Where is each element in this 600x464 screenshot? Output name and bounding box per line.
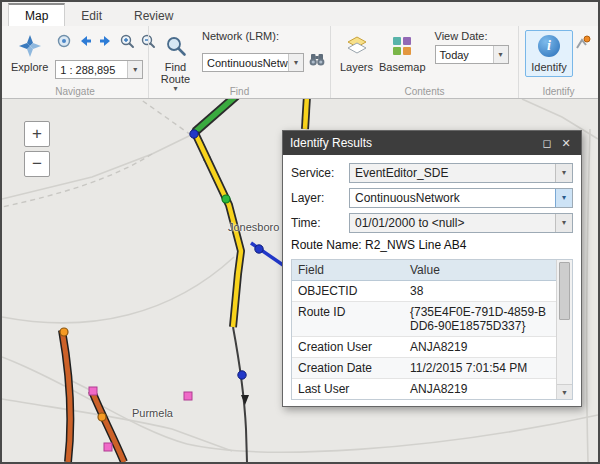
scrollbar-thumb[interactable] bbox=[559, 262, 570, 320]
grid-cell-value: ANJA8219 bbox=[404, 337, 556, 357]
network-combobox[interactable]: ContinuousNetwork ▾ bbox=[202, 53, 304, 72]
service-value: EventEditor_SDE bbox=[350, 166, 555, 180]
grid-row-creation-date[interactable]: Creation Date 11/2/2015 7:01:54 PM bbox=[292, 358, 556, 379]
grid-cell-field: OBJECTID bbox=[292, 281, 404, 301]
grid-row-routeid[interactable]: Route ID {735E4F0E-791D-4859-BDD6-90E185… bbox=[292, 302, 556, 337]
layers-label: Layers bbox=[340, 61, 373, 73]
route-name-text: Route Name: R2_NWS Line AB4 bbox=[291, 238, 573, 252]
network-dropdown-arrow[interactable]: ▾ bbox=[288, 54, 303, 71]
layer-combobox[interactable]: ContinuousNetwork ▾ bbox=[349, 188, 573, 208]
grid-header-row: Field Value bbox=[292, 260, 556, 281]
time-combobox[interactable]: 01/01/2000 to <null> ▾ bbox=[349, 213, 573, 233]
grid-cell-field: Creation Date bbox=[292, 358, 404, 378]
down-arrow-icon: ▼ bbox=[561, 389, 568, 396]
previous-extent-icon[interactable] bbox=[76, 32, 94, 50]
map-label-jonesboro: Jonesboro bbox=[228, 221, 279, 233]
grid-cell-value: 11/2/2015 7:01:54 PM bbox=[404, 358, 556, 378]
scale-combobox[interactable]: 1 : 288,895 ▾ bbox=[55, 60, 143, 79]
caret-icon: ▾ bbox=[499, 51, 503, 59]
basemap-button[interactable]: Basemap bbox=[376, 30, 428, 77]
grid-header-field: Field bbox=[292, 260, 404, 280]
attributes-grid: Field Value OBJECTID 38 Route ID {735E4F… bbox=[291, 259, 573, 400]
tab-review[interactable]: Review bbox=[118, 5, 189, 26]
layers-button[interactable]: Layers bbox=[337, 30, 376, 77]
caret-icon: ▾ bbox=[294, 59, 298, 67]
map-zoom-in-button[interactable]: + bbox=[24, 121, 50, 147]
tab-edit[interactable]: Edit bbox=[65, 5, 118, 26]
basemap-icon bbox=[390, 34, 414, 58]
map-zoom-control: + − bbox=[24, 121, 50, 177]
grid-row-creation-user[interactable]: Creation User ANJA8219 bbox=[292, 337, 556, 358]
time-dropdown-arrow[interactable]: ▾ bbox=[555, 214, 572, 232]
ribbon-group-contents: Layers Basemap View Date: Today ▾ bbox=[330, 26, 518, 98]
ribbon-tabbar: Map Edit Review bbox=[2, 2, 598, 26]
find-route-label: Find Route bbox=[159, 61, 193, 85]
layers-icon bbox=[345, 34, 369, 58]
view-date-label: View Date: bbox=[435, 30, 509, 42]
zoom-in-icon[interactable] bbox=[118, 32, 136, 50]
layer-label: Layer: bbox=[291, 191, 349, 205]
panel-body: Service: EventEditor_SDE ▾ Layer: Contin… bbox=[283, 155, 581, 406]
navigate-tools: 1 : 288,895 ▾ bbox=[55, 30, 157, 79]
time-label: Time: bbox=[291, 216, 349, 230]
view-date-dropdown-arrow[interactable]: ▾ bbox=[493, 46, 508, 63]
service-label: Service: bbox=[291, 166, 349, 180]
search-binoculars-icon[interactable] bbox=[308, 50, 326, 68]
explore-button[interactable]: Explore bbox=[8, 30, 51, 77]
grid-cell-field: Creation User bbox=[292, 337, 404, 357]
grid-cell-field: Last User bbox=[292, 379, 404, 399]
next-extent-icon[interactable] bbox=[97, 32, 115, 50]
ribbon-group-find: Find Route ▾ Network (LRM): ContinuousNe… bbox=[148, 26, 330, 98]
identify-results-panel: Identify Results ◻ ✕ Service: EventEdito… bbox=[282, 130, 582, 407]
map-label-purmela: Purmela bbox=[132, 407, 173, 419]
group-label-contents: Contents bbox=[331, 86, 518, 97]
view-date-combobox[interactable]: Today ▾ bbox=[435, 45, 509, 64]
caret-icon: ▾ bbox=[133, 66, 137, 74]
identify-button[interactable]: i Identify bbox=[525, 30, 573, 77]
grid-cell-value: 38 bbox=[404, 281, 556, 301]
caret-icon: ▾ bbox=[562, 194, 566, 202]
scrollbar-down-arrow[interactable]: ▼ bbox=[557, 384, 572, 399]
ribbon-group-navigate: Explore bbox=[2, 26, 148, 98]
service-combobox[interactable]: EventEditor_SDE ▾ bbox=[349, 163, 573, 183]
view-date-value: Today bbox=[436, 49, 493, 61]
find-route-magnifier-icon bbox=[164, 34, 188, 58]
grid-row-objectid[interactable]: OBJECTID 38 bbox=[292, 281, 556, 302]
explore-compass-icon bbox=[18, 34, 42, 58]
caret-icon: ▾ bbox=[562, 169, 566, 177]
scale-dropdown-arrow[interactable]: ▾ bbox=[127, 61, 142, 78]
layer-dropdown-arrow[interactable]: ▾ bbox=[555, 189, 572, 207]
service-dropdown-arrow[interactable]: ▾ bbox=[555, 164, 572, 182]
group-label-identify: Identify bbox=[519, 86, 598, 97]
map-zoom-out-button[interactable]: − bbox=[24, 151, 50, 177]
layer-value: ContinuousNetwork bbox=[350, 191, 555, 205]
time-value: 01/01/2000 to <null> bbox=[350, 216, 555, 230]
close-icon[interactable]: ✕ bbox=[558, 137, 574, 150]
tab-map[interactable]: Map bbox=[8, 3, 65, 26]
group-label-navigate: Navigate bbox=[2, 86, 148, 97]
ribbon: Explore bbox=[2, 26, 598, 99]
grid-header-value: Value bbox=[404, 260, 556, 280]
panel-titlebar[interactable]: Identify Results ◻ ✕ bbox=[283, 131, 581, 155]
grid-scrollbar[interactable]: ▼ bbox=[556, 260, 572, 399]
full-extent-icon[interactable] bbox=[55, 32, 73, 50]
caret-icon: ▾ bbox=[562, 219, 566, 227]
network-lrm-label: Network (LRM): bbox=[202, 30, 326, 42]
network-value: ContinuousNetwork bbox=[203, 57, 288, 69]
grid-cell-value: {735E4F0E-791D-4859-BDD6-90E18575D337} bbox=[404, 302, 556, 336]
panel-title: Identify Results bbox=[290, 136, 536, 150]
map-canvas[interactable]: Jonesboro Purmela + − Identify Results ◻… bbox=[2, 99, 598, 462]
scale-value: 1 : 288,895 bbox=[56, 64, 127, 76]
explore-label: Explore bbox=[11, 61, 48, 73]
maximize-icon[interactable]: ◻ bbox=[539, 137, 555, 150]
ribbon-group-identify: i Identify Identify bbox=[518, 26, 598, 98]
identify-info-icon: i bbox=[537, 34, 561, 58]
identify-route-tool-icon[interactable] bbox=[573, 34, 591, 52]
grid-cell-value: ANJA8219 bbox=[404, 379, 556, 399]
grid-row-last-user[interactable]: Last User ANJA8219 bbox=[292, 379, 556, 399]
identify-label: Identify bbox=[531, 61, 566, 73]
basemap-label: Basemap bbox=[379, 61, 425, 73]
app-window: Map Edit Review Explore bbox=[0, 0, 600, 464]
group-label-find: Find bbox=[149, 86, 330, 97]
grid-cell-field: Route ID bbox=[292, 302, 404, 336]
